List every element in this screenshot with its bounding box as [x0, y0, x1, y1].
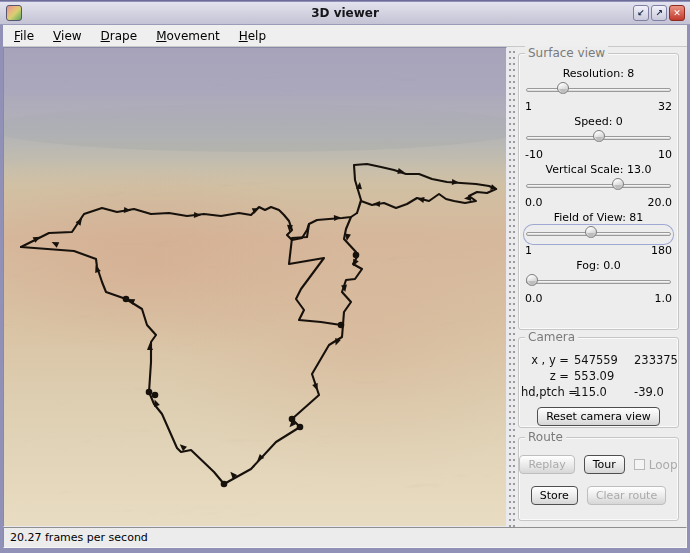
- camera-heading-value: 115.0: [574, 384, 634, 400]
- route-title: Route: [525, 430, 566, 444]
- slider-thumb[interactable]: [557, 82, 569, 94]
- loop-checkbox-label: Loop: [649, 458, 678, 472]
- slider-thumb[interactable]: [612, 178, 624, 190]
- close-button[interactable]: ✕: [669, 5, 685, 21]
- terrain-view[interactable]: [3, 47, 507, 527]
- menu-bar: FileViewDrapeMovementHelp: [3, 25, 687, 47]
- camera-hdptch-label: hd,ptch =: [521, 384, 574, 400]
- slider-track[interactable]: [524, 81, 673, 100]
- surface-view-group: Surface view Resolution: 8132Speed: 0-10…: [518, 53, 679, 330]
- camera-pitch-value: -39.0: [634, 384, 676, 400]
- camera-z-label: z =: [521, 368, 574, 384]
- slider-field-of-view: Field of View: 811180: [523, 210, 674, 258]
- slider-label: Fog: 0.0: [523, 258, 674, 273]
- maximize-button[interactable]: ↗: [651, 5, 667, 21]
- slider-min: 1: [525, 244, 532, 258]
- slider-track[interactable]: [524, 225, 673, 244]
- camera-xy-row: x , y = 547559 233375: [521, 352, 676, 368]
- slider-track[interactable]: [524, 129, 673, 148]
- camera-z-row: z = 553.09: [521, 368, 676, 384]
- slider-label: Resolution: 8: [523, 66, 674, 81]
- loop-checkbox[interactable]: Loop: [634, 458, 678, 472]
- clear-route-button[interactable]: Clear route: [587, 486, 666, 505]
- slider-label: Vertical Scale: 13.0: [523, 162, 674, 177]
- reset-camera-button[interactable]: Reset camera view: [537, 407, 660, 426]
- slider-thumb[interactable]: [585, 226, 597, 238]
- terrain-scene: [4, 48, 506, 526]
- menu-movement[interactable]: Movement: [151, 27, 225, 45]
- minimize-button[interactable]: ↙: [633, 5, 649, 21]
- slider-min: 1: [525, 100, 532, 114]
- window-title: 3D viewer: [0, 6, 690, 20]
- slider-track[interactable]: [524, 273, 673, 292]
- splitter[interactable]: [507, 47, 515, 527]
- camera-x-value: 547559: [574, 352, 634, 368]
- slider-min: -10: [525, 148, 543, 162]
- slider-label: Field of View: 81: [523, 210, 674, 225]
- slider-max: 10: [658, 148, 672, 162]
- slider-vertical-scale: Vertical Scale: 13.00.020.0: [523, 162, 674, 210]
- slider-max: 180: [651, 244, 672, 258]
- title-bar[interactable]: 3D viewer ↙ ↗ ✕: [0, 2, 690, 25]
- route-group: Route Replay Tour Loop Store Clear route: [518, 437, 679, 521]
- menu-drape[interactable]: Drape: [96, 27, 143, 45]
- camera-z-value: 553.09: [574, 368, 634, 384]
- fps-text: 20.27 frames per second: [10, 531, 148, 544]
- app-window: 3D viewer ↙ ↗ ✕ FileViewDrapeMovementHel…: [0, 0, 690, 553]
- slider-thumb[interactable]: [593, 130, 605, 142]
- camera-group: Camera x , y = 547559 233375 z = 553.09 …: [518, 337, 679, 428]
- surface-view-title: Surface view: [525, 46, 608, 60]
- menu-file[interactable]: File: [9, 27, 39, 45]
- menu-help[interactable]: Help: [234, 27, 271, 45]
- slider-max: 32: [658, 100, 672, 114]
- slider-resolution: Resolution: 8132: [523, 66, 674, 114]
- camera-title: Camera: [525, 330, 578, 344]
- camera-y-value: 233375: [634, 352, 678, 368]
- slider-max: 20.0: [648, 196, 673, 210]
- slider-label: Speed: 0: [523, 114, 674, 129]
- slider-fog: Fog: 0.00.01.0: [523, 258, 674, 306]
- sliders: Resolution: 8132Speed: 0-1010Vertical Sc…: [523, 66, 674, 306]
- loop-checkbox-box[interactable]: [634, 459, 645, 470]
- camera-hdptch-row: hd,ptch = 115.0 -39.0: [521, 384, 676, 400]
- store-button[interactable]: Store: [531, 486, 578, 505]
- slider-thumb[interactable]: [526, 274, 538, 286]
- slider-track[interactable]: [524, 177, 673, 196]
- status-bar: 20.27 frames per second: [3, 527, 687, 548]
- slider-min: 0.0: [525, 196, 543, 210]
- slider-speed: Speed: 0-1010: [523, 114, 674, 162]
- control-panel: Surface view Resolution: 8132Speed: 0-10…: [515, 47, 687, 527]
- tour-button[interactable]: Tour: [584, 455, 625, 474]
- slider-min: 0.0: [525, 292, 543, 306]
- menu-view[interactable]: View: [48, 27, 86, 45]
- camera-xy-label: x , y =: [521, 352, 574, 368]
- replay-button[interactable]: Replay: [519, 455, 574, 474]
- slider-max: 1.0: [655, 292, 673, 306]
